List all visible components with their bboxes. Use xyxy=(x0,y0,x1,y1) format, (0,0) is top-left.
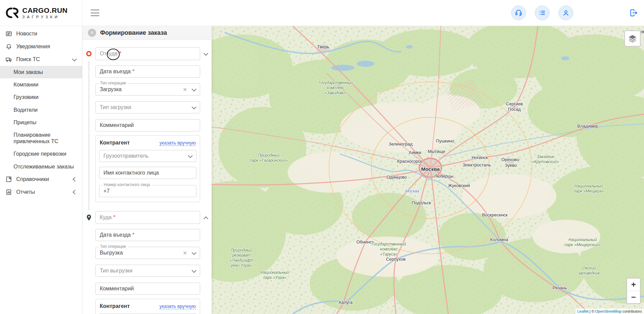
required-asterisk: * xyxy=(113,214,115,220)
map-attribution: Leaflet | © OpenStreetMap contributors xyxy=(575,309,644,314)
map-label: Электросталь xyxy=(462,162,491,168)
to-comment-field[interactable]: Комментарий xyxy=(95,283,200,295)
to-unload-type-placeholder: Тип выгрузки xyxy=(100,268,133,274)
map-label: Люберцы xyxy=(434,174,453,179)
sidebar-item-reports[interactable]: Отчеты xyxy=(0,186,82,199)
from-load-type-select[interactable]: Тип загрузки xyxy=(95,101,200,113)
chevron-down-icon xyxy=(204,51,208,56)
map-label: Ногинск xyxy=(472,155,488,160)
sidebar-item-label: Справочники xyxy=(16,176,49,182)
sidebar-item-companies[interactable]: Компании xyxy=(0,78,82,91)
osm-link[interactable]: OpenStreetMap xyxy=(595,309,622,313)
report-icon xyxy=(5,189,12,195)
map-label: Государственный комплекс «Завидово» xyxy=(318,80,353,96)
list-icon xyxy=(538,9,546,17)
to-operation-value: Выгрузка xyxy=(100,250,123,256)
sidebar-item-trucks[interactable]: Грузовики xyxy=(0,91,82,103)
sidebar-item-notifications[interactable]: Уведомления xyxy=(0,40,82,53)
to-operation-select[interactable]: Тип операции Выгрузка × xyxy=(95,247,200,259)
zoom-out-button[interactable]: − xyxy=(627,291,640,303)
map-label: Национальный парк «Угра» xyxy=(261,270,289,280)
sidebar-item-city-transport[interactable]: Городские перевозки xyxy=(0,148,82,160)
map-label: Калуга xyxy=(339,300,353,305)
sidebar: Новости Уведомления Поиск ТС Мои заказы … xyxy=(0,26,82,314)
from-address-field[interactable]: Откуда * xyxy=(95,47,200,60)
map-label: Химки xyxy=(408,150,421,155)
contact-phone-value: +7 xyxy=(103,188,110,194)
attribution-suffix: contributors xyxy=(621,309,642,313)
from-counterparty-box: Контрагент указать вручную Грузоотправит… xyxy=(95,135,200,202)
to-unload-type-select[interactable]: Тип выгрузки xyxy=(95,265,200,277)
map-label: Орехово- Зуево xyxy=(501,157,520,168)
chevron-left-icon xyxy=(72,190,77,194)
panel-title: Формирование заказа xyxy=(100,29,167,36)
to-section-toggle[interactable] xyxy=(200,215,212,220)
sidebar-item-directories[interactable]: Справочники xyxy=(0,173,82,186)
manual-entry-link[interactable]: указать вручную xyxy=(160,140,196,146)
logo-subtitle: ЗАГРУЗКИ xyxy=(22,15,68,19)
sidebar-item-tracked-orders[interactable]: Отслеживаемые заказы xyxy=(0,160,82,173)
shipper-placeholder: Грузоотправитель xyxy=(103,153,149,159)
zoom-in-button[interactable]: + xyxy=(627,279,640,291)
required-asterisk: * xyxy=(133,232,135,238)
map-label: Природный парк «Гагаринский» xyxy=(250,153,288,163)
map-label: Москва xyxy=(421,166,440,173)
sidebar-item-attracted-vehicles-planning[interactable]: Планирование привлеченных ТС xyxy=(0,129,82,148)
from-section-toggle[interactable] xyxy=(200,51,212,56)
logout-button[interactable] xyxy=(629,0,638,26)
manual-entry-link[interactable]: указать вручную xyxy=(160,304,196,309)
bell-icon xyxy=(5,43,12,50)
to-address-field[interactable]: Куда * xyxy=(95,211,200,224)
from-operation-select[interactable]: Тип операции Загрузка × xyxy=(95,83,200,96)
shipper-select[interactable]: Грузоотправитель xyxy=(99,150,196,162)
map-label: Одинцово xyxy=(386,175,407,180)
topbar-icon-group xyxy=(511,0,573,26)
sidebar-item-vehicle-search[interactable]: Поиск ТС xyxy=(0,53,82,66)
chevron-up-icon xyxy=(204,215,208,220)
from-date-field[interactable]: Дата въезда * xyxy=(95,66,200,78)
map-label: Жуковский xyxy=(448,183,470,188)
sidebar-item-drivers[interactable]: Водители xyxy=(0,104,82,116)
to-date-field[interactable]: Дата въезда * xyxy=(95,229,200,241)
map-label: Владимир xyxy=(577,124,598,129)
contact-phone-label: Номер контактного лица xyxy=(102,182,151,188)
map-label: Национальный парк «Мещера» xyxy=(574,184,604,194)
support-button[interactable] xyxy=(511,5,526,20)
contact-name-field[interactable]: Имя контактного лица xyxy=(99,167,196,179)
order-form: Откуда * Дата въезда * Тип операции Загр… xyxy=(82,40,212,314)
close-panel-button[interactable]: × xyxy=(88,29,96,37)
chevron-left-icon xyxy=(72,177,77,182)
map-label: Мытищи xyxy=(428,149,445,154)
sidebar-item-news[interactable]: Новости xyxy=(0,27,82,40)
attribution-separator: | © xyxy=(589,309,595,313)
map-label: Государственный комплекс «Таруса» xyxy=(372,242,406,257)
map-label: Красногорск xyxy=(397,159,422,164)
map[interactable]: ТверьГосударственный комплекс «Завидово»… xyxy=(212,26,644,314)
map-label: Обнинск xyxy=(356,239,374,245)
map-layers-button[interactable] xyxy=(624,30,641,47)
contact-phone-field[interactable]: Номер контактного лица +7 xyxy=(99,185,196,197)
sidebar-item-trailers[interactable]: Прицепы xyxy=(0,116,82,129)
to-counterparty-box: Контрагент указать вручную xyxy=(95,299,200,314)
from-section-row: Откуда * xyxy=(82,47,212,60)
counterparty-title: Контрагент xyxy=(100,140,130,146)
chevron-down-icon xyxy=(192,87,196,92)
chevron-down-icon xyxy=(72,57,77,62)
map-label: Сергиев Посад xyxy=(506,101,523,112)
clear-icon[interactable]: × xyxy=(183,250,187,256)
contact-name-placeholder: Имя контактного лица xyxy=(103,170,159,176)
to-address-placeholder: Куда xyxy=(100,214,112,220)
from-pin-icon xyxy=(82,51,95,57)
leaflet-link[interactable]: Leaflet xyxy=(577,309,589,313)
map-labels: ТверьГосударственный комплекс «Завидово»… xyxy=(212,26,644,314)
profile-button[interactable] xyxy=(558,5,573,20)
tasks-button[interactable] xyxy=(535,5,550,20)
hamburger-menu-icon[interactable] xyxy=(91,9,99,16)
from-comment-field[interactable]: Комментарий xyxy=(95,119,200,131)
clear-icon[interactable]: × xyxy=(183,86,187,93)
truck-icon xyxy=(5,56,12,63)
order-panel-header: × Формирование заказа xyxy=(82,26,212,40)
map-label: Тверь xyxy=(317,44,329,50)
chevron-down-icon xyxy=(192,105,196,110)
sidebar-item-my-orders[interactable]: Мои заказы xyxy=(0,66,82,78)
